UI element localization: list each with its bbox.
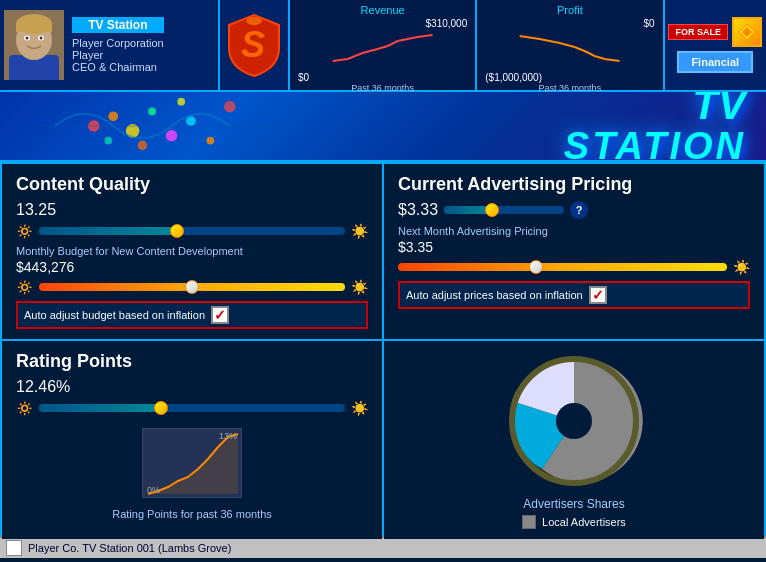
rating-slider-thumb xyxy=(154,401,168,415)
next-price-slider-row: ☀️ xyxy=(398,259,750,275)
svg-point-23 xyxy=(177,98,185,106)
rating-chart-top: 13% xyxy=(219,431,237,441)
budget-value: $443,276 xyxy=(16,259,368,275)
player-info-panel: TV Station Player Corporation Player CEO… xyxy=(0,0,220,90)
svg-rect-4 xyxy=(16,24,52,32)
profit-chart-area xyxy=(485,31,654,70)
next-price-slider[interactable] xyxy=(398,263,727,271)
budget-slider-row: 🔅 ☀️ xyxy=(16,279,368,295)
for-sale-button[interactable]: FOR SALE xyxy=(668,24,728,40)
next-price-slider-thumb xyxy=(529,260,543,274)
legend-item-local: Local Advertisers xyxy=(522,515,626,529)
banner-decoration xyxy=(0,92,460,160)
status-text: Player Co. TV Station 001 (Lambs Grove) xyxy=(28,542,231,554)
svg-point-20 xyxy=(224,101,236,113)
svg-point-10 xyxy=(246,17,262,25)
help-icon[interactable]: ? xyxy=(570,201,588,219)
advertising-value: $3.33 xyxy=(398,201,438,219)
advertising-value-row: $3.33 ? xyxy=(398,201,750,219)
legend-label-local: Local Advertisers xyxy=(542,516,626,528)
revenue-top-value: $310,000 xyxy=(298,18,467,29)
header: TV Station Player Corporation Player CEO… xyxy=(0,0,766,92)
logo-icon: S xyxy=(227,13,282,78)
profit-bottom-value: ($1,000,000) xyxy=(485,72,654,83)
auto-adjust-prices-checkbox[interactable]: ✓ xyxy=(589,286,607,304)
status-bar: ✓ Player Co. TV Station 001 (Lambs Grove… xyxy=(0,536,766,558)
advertising-panel: Current Advertising Pricing $3.33 ? Next… xyxy=(384,164,764,339)
header-charts: Revenue $310,000 $0 Past 36 months Profi… xyxy=(290,0,664,90)
status-icon: ✓ xyxy=(6,540,22,556)
rating-panel: Rating Points 12.46% 🔅 ☀️ 13% 0% Rati xyxy=(2,341,382,539)
auto-adjust-budget-checkbox[interactable]: ✓ xyxy=(211,306,229,324)
next-month-value: $3.35 xyxy=(398,239,750,255)
svg-point-8 xyxy=(40,37,43,40)
slider-fill xyxy=(39,227,177,235)
banner: TV STATION xyxy=(0,92,766,162)
pie-chart-container xyxy=(504,351,644,491)
revenue-chart-area xyxy=(298,31,467,70)
legend-color-local xyxy=(522,515,536,529)
profit-title: Profit xyxy=(485,4,654,16)
revenue-chart-panel: Revenue $310,000 $0 Past 36 months xyxy=(290,0,477,90)
svg-point-17 xyxy=(166,130,178,142)
banner-station-text: STATION xyxy=(564,126,746,162)
rating-title: Rating Points xyxy=(16,351,368,372)
auto-adjust-budget-label: Auto adjust budget based on inflation xyxy=(24,309,205,321)
next-month-label: Next Month Advertising Pricing xyxy=(398,225,750,237)
svg-point-26 xyxy=(556,403,592,439)
auto-adjust-prices-row: Auto adjust prices based on inflation ✓ xyxy=(398,281,750,309)
logo-panel: S xyxy=(220,0,290,90)
diamond-arrow-icon xyxy=(737,22,757,42)
content-quality-panel: Content Quality 13.25 🔅 ☀️ Monthly Budge… xyxy=(2,164,382,339)
budget-slider-min-icon: 🔅 xyxy=(16,279,33,295)
rating-slider-fill xyxy=(39,404,161,412)
content-quality-value: 13.25 xyxy=(16,201,368,219)
financial-button[interactable]: Financial xyxy=(677,51,753,73)
rating-slider-max-icon: ☀️ xyxy=(351,400,368,416)
profit-top-value: $0 xyxy=(485,18,654,29)
next-price-slider-icon: ☀️ xyxy=(733,259,750,275)
corporation-name: Player Corporation xyxy=(72,37,164,49)
svg-point-18 xyxy=(186,116,196,126)
revenue-bottom-value: $0 xyxy=(298,72,467,83)
header-actions: FOR SALE Financial xyxy=(664,0,766,90)
rating-chart-label: Rating Points for past 36 months xyxy=(16,508,368,520)
auto-adjust-prices-label: Auto adjust prices based on inflation xyxy=(406,289,583,301)
rating-value: 12.46% xyxy=(16,378,368,396)
station-title: TV Station xyxy=(72,17,164,33)
svg-point-14 xyxy=(108,111,118,121)
budget-slider-fill xyxy=(39,283,192,291)
budget-slider-max-icon: ☀️ xyxy=(351,279,368,295)
advertising-slider-thumb xyxy=(485,203,499,217)
slider-min-icon: 🔅 xyxy=(16,223,33,239)
checkbox-check-icon: ✓ xyxy=(214,307,226,323)
rating-slider-min-icon: 🔅 xyxy=(16,400,33,416)
content-quality-slider-row: 🔅 ☀️ xyxy=(16,223,368,239)
player-name: Player xyxy=(72,49,164,61)
main-grid: Content Quality 13.25 🔅 ☀️ Monthly Budge… xyxy=(0,162,766,536)
svg-point-22 xyxy=(138,141,148,151)
rating-chart-bottom: 0% xyxy=(147,485,160,495)
pie-legend: Local Advertisers xyxy=(522,515,626,529)
advertising-title: Current Advertising Pricing xyxy=(398,174,750,195)
next-price-slider-fill xyxy=(398,263,536,271)
auto-adjust-budget-row: Auto adjust budget based on inflation ✓ xyxy=(16,301,368,329)
rating-slider[interactable] xyxy=(39,404,345,412)
svg-point-7 xyxy=(26,37,29,40)
advertising-slider[interactable] xyxy=(444,206,564,214)
content-quality-slider[interactable] xyxy=(39,227,345,235)
rating-slider-row: 🔅 ☀️ xyxy=(16,400,368,416)
advertising-slider-fill xyxy=(444,206,492,214)
revenue-title: Revenue xyxy=(298,4,467,16)
budget-slider-thumb xyxy=(185,280,199,294)
header-icon-row: FOR SALE xyxy=(668,17,762,47)
advertisers-shares-label: Advertisers Shares xyxy=(523,497,624,511)
svg-point-21 xyxy=(104,137,112,145)
svg-point-19 xyxy=(206,137,214,145)
pie-chart-svg xyxy=(504,351,644,491)
budget-label: Monthly Budget for New Content Developme… xyxy=(16,245,368,257)
budget-slider[interactable] xyxy=(39,283,345,291)
banner-tv-text: TV xyxy=(692,92,746,126)
player-role: CEO & Chairman xyxy=(72,61,164,73)
navigate-button[interactable] xyxy=(732,17,762,47)
